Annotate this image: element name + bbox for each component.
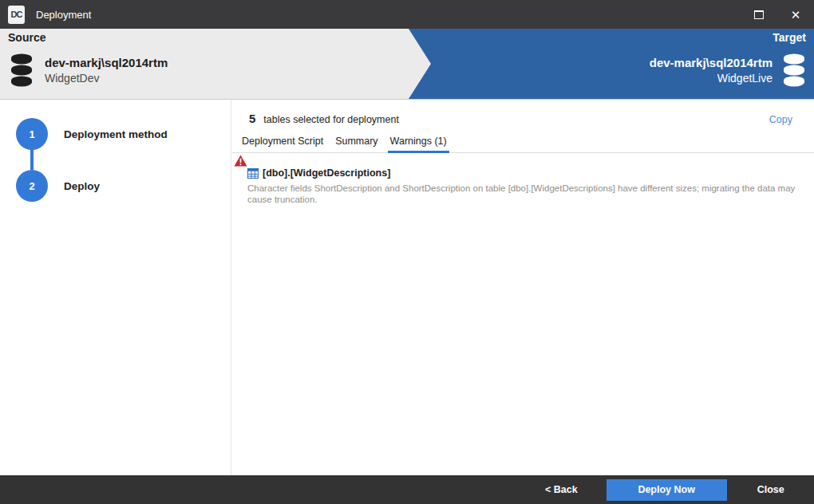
source-server-name: dev-markj\sql2014rtm <box>45 54 168 71</box>
close-icon: ✕ <box>791 9 801 21</box>
title-bar: DC Deployment ✕ <box>0 0 814 29</box>
window-controls: ✕ <box>741 0 814 29</box>
content-header: 5 tables selected for deployment Copy <box>249 112 792 125</box>
tab-bar: Deployment Script Summary Warnings (1) <box>232 136 814 153</box>
content-area: 5 tables selected for deployment Copy De… <box>232 100 814 475</box>
step-2-label: Deploy <box>64 170 100 202</box>
warning-object-name: [dbo].[WidgetDescriptions] <box>263 167 390 179</box>
selected-tables-label: tables selected for deployment <box>263 114 399 125</box>
copy-link[interactable]: Copy <box>769 114 792 125</box>
target-database-icon <box>782 53 806 88</box>
table-icon <box>247 168 259 179</box>
source-heading: Source <box>8 31 45 44</box>
source-database-name: WidgetDev <box>45 71 168 86</box>
main-area: 1 Deployment method 2 Deploy 5 tables se… <box>0 100 814 475</box>
source-database-icon <box>10 53 34 88</box>
tab-warnings[interactable]: Warnings (1) <box>388 136 449 153</box>
tab-deployment-script[interactable]: Deployment Script <box>239 136 326 153</box>
step-2-circle: 2 <box>16 170 48 202</box>
warning-message: Character fields ShortDescription and Sh… <box>247 183 800 205</box>
back-button[interactable]: < Back <box>545 484 578 495</box>
source-endpoint: dev-markj\sql2014rtm WidgetDev <box>10 53 168 88</box>
window-title: Deployment <box>36 9 91 21</box>
tab-summary[interactable]: Summary <box>333 136 380 153</box>
footer-bar: < Back Deploy Now Close <box>0 475 814 504</box>
source-target-band: Source Target dev-markj\sql2014rtm Widge… <box>0 29 814 100</box>
step-connector-line <box>30 150 34 170</box>
selected-tables-count: 5 <box>249 112 255 125</box>
warning-triangle-icon <box>234 155 247 167</box>
target-server-name: dev-markj\sql2014rtm <box>650 54 773 71</box>
maximize-icon <box>754 10 764 19</box>
warnings-panel: [dbo].[WidgetDescriptions] Character fie… <box>232 153 814 205</box>
target-heading: Target <box>773 31 806 44</box>
deployment-window: DC Deployment ✕ Source Target d <box>0 0 814 504</box>
step-1-circle: 1 <box>16 118 48 150</box>
step-1-label: Deployment method <box>64 118 168 150</box>
close-button[interactable]: ✕ <box>777 0 814 29</box>
deploy-now-button[interactable]: Deploy Now <box>607 479 727 501</box>
target-database-name: WidgetLive <box>650 71 773 86</box>
maximize-button[interactable] <box>741 0 777 29</box>
warning-item[interactable]: [dbo].[WidgetDescriptions] <box>247 167 814 179</box>
app-icon: DC <box>8 6 25 24</box>
close-footer-button[interactable]: Close <box>757 484 784 495</box>
wizard-steps-sidebar: 1 Deployment method 2 Deploy <box>0 100 231 475</box>
target-endpoint: dev-markj\sql2014rtm WidgetLive <box>650 53 806 88</box>
